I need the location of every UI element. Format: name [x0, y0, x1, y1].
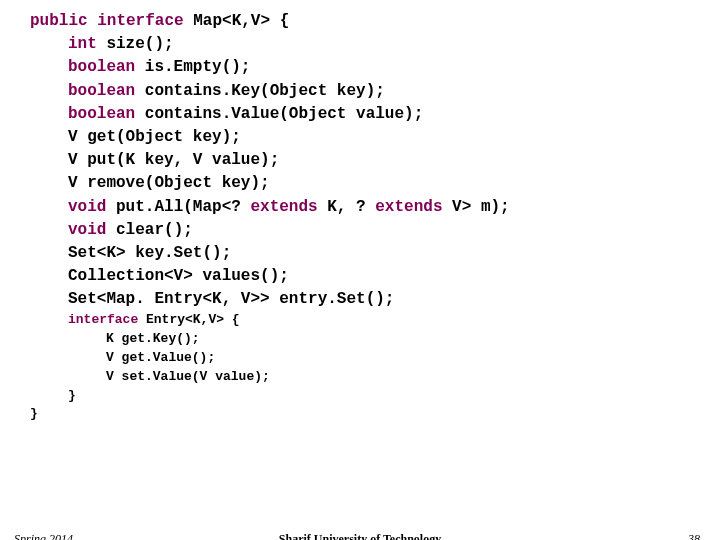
code-text: V set.Value(V value); — [106, 369, 270, 384]
keyword: extends — [250, 198, 327, 216]
code-text: Map<K,V> { — [193, 12, 289, 30]
code-text: clear(); — [116, 221, 193, 239]
code-line: V get(Object key); — [30, 126, 720, 149]
keyword: boolean — [68, 58, 145, 76]
code-text: contains.Key(Object key); — [145, 82, 385, 100]
code-text: K get.Key(); — [106, 331, 200, 346]
keyword: public interface — [30, 12, 193, 30]
code-line: V put(K key, V value); — [30, 149, 720, 172]
code-block-main: public interface Map<K,V> { int size(); … — [0, 0, 720, 311]
code-text: V remove(Object key); — [68, 174, 270, 192]
keyword: boolean — [68, 82, 145, 100]
code-line: public interface Map<K,V> { — [30, 10, 720, 33]
keyword: void — [68, 198, 116, 216]
code-text: V> m); — [452, 198, 510, 216]
code-text: Set<K> key.Set(); — [68, 244, 231, 262]
footer-page-number: 38 — [688, 532, 700, 540]
code-block-inner: interface Entry<K,V> { K get.Key(); V ge… — [0, 311, 720, 405]
keyword: void — [68, 221, 116, 239]
code-line: } — [30, 387, 720, 406]
code-line: boolean contains.Key(Object key); — [30, 80, 720, 103]
code-text: } — [68, 388, 76, 403]
code-line: V get.Value(); — [30, 349, 720, 368]
code-text: V put(K key, V value); — [68, 151, 279, 169]
code-line: K get.Key(); — [30, 330, 720, 349]
code-text: K, ? — [327, 198, 375, 216]
code-line: V set.Value(V value); — [30, 368, 720, 387]
code-line: void clear(); — [30, 219, 720, 242]
footer-institution: Sharif University of Technology — [0, 532, 720, 540]
code-text: contains.Value(Object value); — [145, 105, 423, 123]
code-line: Set<Map. Entry<K, V>> entry.Set(); — [30, 288, 720, 311]
closing-brace: } — [0, 406, 720, 421]
code-text: is.Empty(); — [145, 58, 251, 76]
code-text: Set<Map. Entry<K, V>> entry.Set(); — [68, 290, 394, 308]
code-line: void put.All(Map<? extends K, ? extends … — [30, 196, 720, 219]
code-text: Entry<K,V> { — [146, 312, 240, 327]
code-line: boolean contains.Value(Object value); — [30, 103, 720, 126]
code-line: boolean is.Empty(); — [30, 56, 720, 79]
code-text: size(); — [106, 35, 173, 53]
code-line: Set<K> key.Set(); — [30, 242, 720, 265]
code-line: interface Entry<K,V> { — [30, 311, 720, 330]
code-line: Collection<V> values(); — [30, 265, 720, 288]
code-line: int size(); — [30, 33, 720, 56]
code-line: V remove(Object key); — [30, 172, 720, 195]
code-text: Collection<V> values(); — [68, 267, 289, 285]
code-text: put.All(Map<? — [116, 198, 250, 216]
code-text: V get.Value(); — [106, 350, 215, 365]
keyword: int — [68, 35, 106, 53]
code-text: V get(Object key); — [68, 128, 241, 146]
keyword: extends — [375, 198, 452, 216]
keyword: interface — [68, 312, 146, 327]
keyword: boolean — [68, 105, 145, 123]
